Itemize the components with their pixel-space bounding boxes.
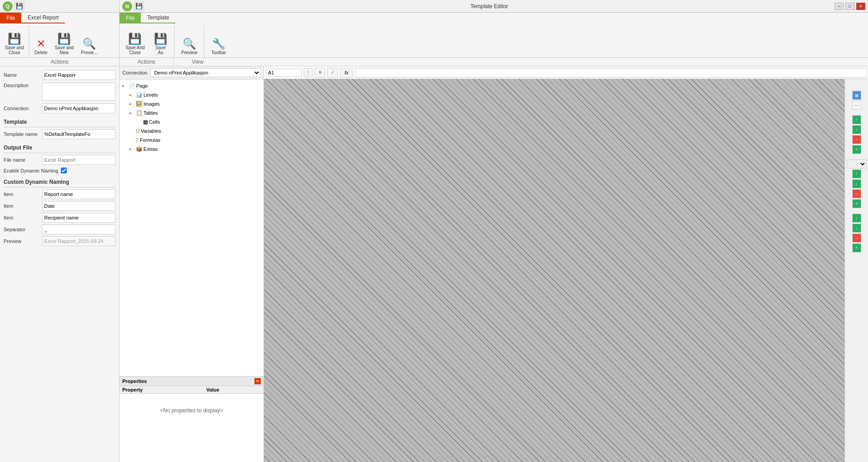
item-3-row: Item [4, 213, 115, 223]
tree-item-page[interactable]: ▸ 📄 Page [121, 81, 262, 90]
row2-select[interactable] [847, 159, 867, 168]
template-tab-active[interactable]: Template [141, 13, 175, 23]
row2-up-btn[interactable]: ↑ [852, 169, 861, 178]
connection-input[interactable] [42, 103, 115, 113]
row1-remove-btn[interactable]: − [852, 135, 861, 144]
variables-icon: Ω [136, 128, 140, 134]
template-save-as-icon: 💾 [154, 33, 167, 45]
properties-close-btn[interactable]: ✕ [254, 378, 261, 384]
item-3-input[interactable] [42, 213, 115, 223]
right-app-icon: N [122, 1, 132, 11]
tree-item-levels[interactable]: ▸ 📊 Levels [121, 90, 262, 99]
maximize-btn[interactable]: □ [845, 3, 854, 10]
formula-bar: ⋮ ✕ ✓ fx [264, 66, 868, 79]
left-save-btn[interactable]: 💾 [14, 2, 24, 11]
formula-confirm-btn[interactable]: ✓ [327, 68, 338, 78]
expand-tables-icon: ▸ [129, 111, 135, 115]
tree-item-cells[interactable]: ▦ Cells [121, 117, 262, 126]
row2-down-btn[interactable]: ↓ [852, 179, 861, 188]
row1-down-btn[interactable]: ↓ [852, 125, 861, 134]
tree-item-formulas[interactable]: ƒ Formulas [121, 135, 262, 145]
template-file-tab[interactable]: File [120, 13, 141, 23]
formula-menu-btn[interactable]: ⋮ [304, 68, 313, 77]
connection-dropdown[interactable]: Demo nPrint Applikasjon [150, 68, 261, 77]
tables-label: Tables [143, 110, 158, 116]
template-name-input[interactable] [42, 129, 115, 139]
view-label-right: View [192, 59, 203, 65]
row3-add-btn[interactable]: + [852, 243, 861, 252]
row2-controls: ↑ ↓ − + [847, 159, 867, 208]
name-input[interactable] [42, 70, 115, 80]
connection-label-tree: Connection [122, 70, 148, 75]
separator-input[interactable] [42, 224, 115, 234]
expand-images-icon: ▸ [129, 102, 135, 106]
preview-left-icon: 🔍 [83, 37, 96, 50]
excel-report-tab[interactable]: Excel Report [21, 13, 65, 23]
file-name-input[interactable] [42, 155, 115, 165]
row3-remove-btn[interactable]: − [852, 233, 861, 243]
expand-levels-icon: ▸ [129, 93, 135, 97]
connection-row: Connection [4, 103, 115, 113]
row3-up-btn[interactable]: ↑ [852, 214, 861, 223]
file-name-label: File name [4, 157, 42, 163]
save-close-label: Save and Close [5, 45, 24, 55]
tree-area: ▸ 📄 Page ▸ 📊 Levels ▸ 🖼️ Images [120, 79, 263, 376]
cell-ref-input[interactable] [266, 69, 302, 77]
value-col-header: Value [203, 386, 263, 394]
description-label: Description [4, 83, 42, 88]
levels-icon: 📊 [136, 92, 143, 98]
template-toolbar-btn[interactable]: 🔧 Toolbar [207, 35, 230, 57]
template-preview-btn[interactable]: 🔍 Preview [177, 35, 202, 57]
template-preview-label: Preview [181, 50, 198, 55]
template-section-header: Template [4, 116, 115, 127]
properties-table: Property Value <No properties to display… [120, 386, 263, 427]
item-2-input[interactable] [42, 201, 115, 211]
row3-down-btn[interactable]: ↓ [852, 224, 861, 233]
delete-btn[interactable]: ✕ Delete [31, 35, 51, 57]
spreadsheet-canvas[interactable] [264, 79, 845, 462]
item-1-row: Item [4, 189, 115, 199]
tree-item-extras[interactable]: ▸ 📦 Extras [121, 145, 262, 154]
save-close-btn[interactable]: 💾 Save and Close [2, 30, 27, 57]
connection-bar: Connection Demo nPrint Applikasjon [120, 66, 263, 79]
template-save-close-btn[interactable]: 💾 Save And Close [121, 30, 149, 57]
row2-remove-btn[interactable]: − [852, 189, 861, 198]
template-save-close-label: Save And Close [125, 45, 145, 55]
formula-cancel-btn[interactable]: ✕ [314, 68, 325, 78]
left-file-tab[interactable]: File [0, 13, 21, 23]
cells-label: Cells [149, 119, 160, 125]
row1-up-btn[interactable]: ↑ [852, 115, 861, 124]
formula-input[interactable] [355, 68, 866, 78]
close-btn[interactable]: ✕ [856, 3, 865, 10]
formula-fx-btn[interactable]: fx [340, 68, 353, 78]
images-icon: 🖼️ [136, 101, 143, 107]
more-cols-btn[interactable]: ⋯ [852, 101, 861, 110]
no-props-message: <No properties to display> [120, 394, 263, 428]
properties-title: Properties [122, 378, 147, 384]
right-save-btn[interactable]: 💾 [134, 2, 144, 11]
actions-label-right: Actions [138, 59, 155, 65]
tree-item-images[interactable]: ▸ 🖼️ Images [121, 99, 262, 108]
description-input[interactable] [42, 83, 115, 101]
preview-left-btn[interactable]: 🔍 Previe... [78, 35, 101, 57]
minimize-btn[interactable]: ─ [835, 3, 844, 10]
row3-controls: ↑ ↓ − + [852, 214, 861, 252]
tree-item-variables[interactable]: Ω Variables [121, 126, 262, 135]
template-save-as-btn[interactable]: 💾 Save As [150, 30, 171, 57]
enable-dynamic-checkbox[interactable] [61, 168, 67, 173]
row1-add-btn[interactable]: + [852, 145, 861, 154]
window-controls: ─ □ ✕ [835, 3, 865, 10]
preview-left-label: Previe... [81, 50, 97, 55]
grid-view-btn[interactable]: ▦ [852, 91, 861, 100]
expand-page-icon: ▸ [122, 84, 128, 88]
file-name-row: File name [4, 155, 115, 165]
enable-dynamic-label: Enable Dynamic Naming [4, 168, 58, 173]
save-new-btn[interactable]: 💾 Save and New [51, 30, 77, 57]
template-save-as-label: Save As [155, 45, 166, 55]
tree-item-tables[interactable]: ▸ 📋 Tables [121, 108, 262, 117]
row1-controls: ↑ ↓ − + [852, 115, 861, 154]
save-new-label: Save and New [55, 45, 74, 55]
item-1-input[interactable] [42, 189, 115, 199]
expand-extras-icon: ▸ [129, 147, 135, 151]
row2-add-btn[interactable]: + [852, 199, 861, 208]
